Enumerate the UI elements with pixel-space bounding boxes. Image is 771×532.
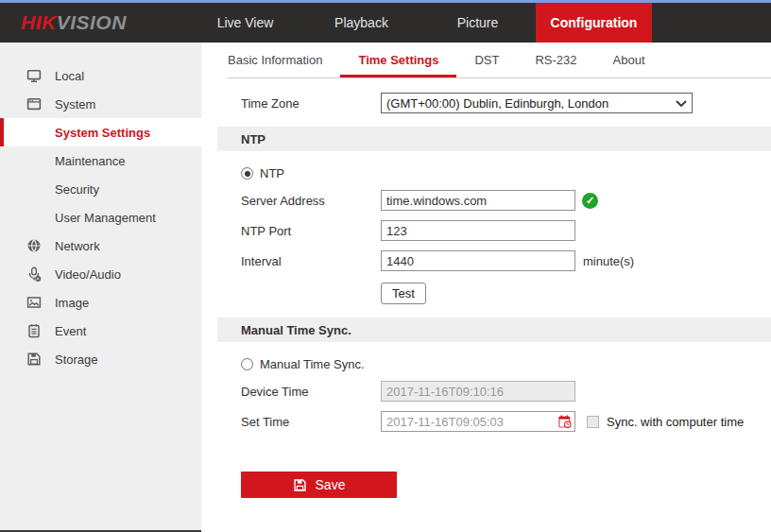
logo-vision-text: VISION <box>57 11 127 34</box>
sidebar-item-label: Maintenance <box>55 154 125 168</box>
tab-dst[interactable]: DST <box>456 43 517 77</box>
interval-label: Interval <box>241 254 381 268</box>
interval-input[interactable] <box>381 250 575 271</box>
sidebar-item-label: Security <box>55 182 99 197</box>
ntp-radio-label: NTP <box>260 166 284 180</box>
monitor-icon <box>26 68 42 83</box>
sidebar-item-label: Image <box>55 296 89 310</box>
settings-tabbar: Basic Information Time Settings DST RS-2… <box>228 43 771 78</box>
sidebar-item-maintenance[interactable]: Maintenance <box>0 146 201 175</box>
event-icon <box>26 323 42 338</box>
manual-sync-section-header: Manual Time Sync. <box>217 317 771 342</box>
server-address-input[interactable] <box>381 190 575 211</box>
test-button[interactable]: Test <box>381 283 426 304</box>
device-time-label: Device Time <box>241 385 381 399</box>
ntp-section-title: NTP <box>241 132 266 146</box>
chevron-down-icon <box>676 100 687 108</box>
ntp-port-label: NTP Port <box>241 224 381 238</box>
device-time-row: Device Time <box>241 381 771 402</box>
storage-icon <box>26 352 42 367</box>
content-panel: Basic Information Time Settings DST RS-2… <box>201 43 771 532</box>
sync-with-computer-checkbox[interactable] <box>587 416 599 428</box>
time-zone-row: Time Zone (GMT+00:00) Dublin, Edinburgh,… <box>241 93 771 113</box>
image-icon <box>26 295 42 310</box>
sidebar-item-label: Event <box>55 324 86 338</box>
interval-unit-label: minute(s) <box>583 254 634 268</box>
globe-icon <box>26 238 42 253</box>
sidebar-item-label: Network <box>55 239 100 253</box>
set-time-input-wrap <box>381 411 575 432</box>
server-address-label: Server Address <box>241 194 381 208</box>
nav-tab-picture[interactable]: Picture <box>420 3 536 43</box>
window-icon <box>26 96 42 112</box>
ntp-port-row: NTP Port <box>241 220 771 241</box>
sidebar-item-security[interactable]: Security <box>0 175 201 203</box>
server-address-row: Server Address ✓ <box>241 190 771 211</box>
time-zone-select[interactable]: (GMT+00:00) Dublin, Edinburgh, London <box>381 93 693 113</box>
nav-tab-playback[interactable]: Playback <box>303 3 420 43</box>
top-navigation-bar: HIKVISION Live View Playback Picture Con… <box>0 3 771 43</box>
ntp-port-input[interactable] <box>381 220 575 241</box>
tab-basic-information[interactable]: Basic Information <box>228 43 340 77</box>
time-zone-selected-value: (GMT+00:00) Dublin, Edinburgh, London <box>386 96 608 111</box>
save-button[interactable]: Save <box>241 472 397 498</box>
nav-tab-live-view[interactable]: Live View <box>187 3 303 43</box>
sidebar-item-label: Video/Audio <box>55 267 121 282</box>
sidebar-item-label: System Settings <box>55 126 150 140</box>
sidebar-item-event[interactable]: Event <box>0 317 201 345</box>
tab-about[interactable]: About <box>595 43 663 77</box>
sidebar-item-label: Local <box>55 69 84 83</box>
set-time-label: Set Time <box>241 415 381 429</box>
set-time-row: Set Time Sync. with computer time <box>241 411 771 432</box>
save-button-label: Save <box>316 477 346 492</box>
tab-rs-232[interactable]: RS-232 <box>517 43 594 77</box>
logo-hik-text: HIK <box>21 11 57 34</box>
save-icon <box>293 478 307 492</box>
manual-sync-radio[interactable] <box>241 358 253 370</box>
sync-with-computer-label: Sync. with computer time <box>607 415 744 429</box>
manual-sync-radio-label: Manual Time Sync. <box>260 357 365 371</box>
ntp-section-header: NTP <box>217 127 771 151</box>
interval-row: Interval minute(s) <box>241 250 771 271</box>
sidebar: Local System System Settings Maintenance… <box>0 43 201 532</box>
sidebar-item-label: Storage <box>55 352 98 367</box>
sidebar-item-label: User Management <box>55 211 156 225</box>
calendar-icon[interactable] <box>557 414 573 429</box>
sidebar-item-system[interactable]: System <box>0 90 201 118</box>
time-zone-label: Time Zone <box>241 96 381 111</box>
nav-tab-configuration[interactable]: Configuration <box>536 3 652 43</box>
sidebar-item-video-audio[interactable]: Video/Audio <box>0 260 201 288</box>
sidebar-item-label: System <box>55 97 95 112</box>
manual-sync-radio-row: Manual Time Sync. <box>241 357 771 371</box>
manual-sync-section-title: Manual Time Sync. <box>241 323 351 337</box>
sidebar-item-local[interactable]: Local <box>0 61 201 90</box>
tab-time-settings[interactable]: Time Settings <box>340 43 456 77</box>
ntp-radio[interactable] <box>241 167 253 180</box>
sidebar-item-image[interactable]: Image <box>0 288 201 317</box>
device-time-input <box>381 381 575 402</box>
sidebar-item-network[interactable]: Network <box>0 232 201 260</box>
check-circle-icon: ✓ <box>582 193 598 209</box>
sidebar-item-user-management[interactable]: User Management <box>0 203 201 232</box>
microphone-icon <box>26 266 42 282</box>
top-nav-items: Live View Playback Picture Configuration <box>187 3 652 43</box>
sidebar-item-system-settings[interactable]: System Settings <box>0 118 201 146</box>
ntp-radio-row: NTP <box>241 166 771 180</box>
hikvision-logo: HIKVISION <box>0 3 187 43</box>
sidebar-item-storage[interactable]: Storage <box>0 345 201 373</box>
set-time-input[interactable] <box>381 411 575 432</box>
